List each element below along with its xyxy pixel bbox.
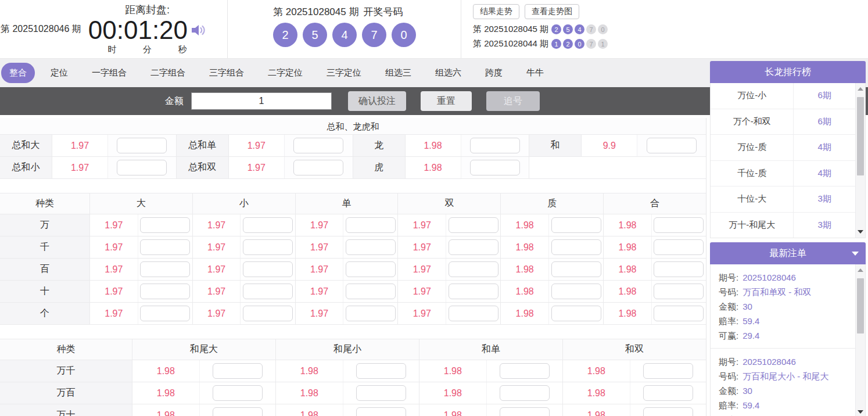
scroll-down-icon[interactable] xyxy=(856,407,865,416)
sum-option-label: 总和大 xyxy=(0,135,52,156)
input-cell xyxy=(549,217,603,233)
input-cell xyxy=(549,306,603,321)
bet-input-千-合[interactable] xyxy=(654,239,704,255)
result-trend-button[interactable]: 结果走势 xyxy=(473,4,519,19)
bet-input-十-大[interactable] xyxy=(140,284,190,299)
dragon-name: 千位-质 xyxy=(711,161,794,187)
bet-input-万千-和双[interactable] xyxy=(643,363,693,379)
sum-group: 总和单1.97 xyxy=(177,135,353,156)
view-trend-chart-button[interactable]: 查看走势图 xyxy=(525,4,579,19)
bet-input-万百-和尾大[interactable] xyxy=(213,385,263,401)
bet-input-千-单[interactable] xyxy=(346,239,396,255)
confirm-bet-button[interactable]: 确认投注 xyxy=(348,91,406,111)
odds-cell: 1.98 xyxy=(132,382,276,404)
tab-组选三[interactable]: 组选三 xyxy=(377,63,419,83)
tab-一字组合[interactable]: 一字组合 xyxy=(84,63,135,83)
chase-number-button[interactable]: 追号 xyxy=(486,91,540,111)
bet-input-总和单[interactable] xyxy=(293,138,343,153)
sum-option-label: 和 xyxy=(529,135,582,156)
dragon-row[interactable]: 万个-和双6期 xyxy=(711,109,855,135)
tab-组选六[interactable]: 组选六 xyxy=(427,63,469,83)
bet-input-百-大[interactable] xyxy=(140,261,190,277)
scroll-up-icon[interactable] xyxy=(856,266,865,275)
bet-input-万-小[interactable] xyxy=(243,217,293,233)
sum-option-label: 龙 xyxy=(353,135,406,156)
bet-input-万-双[interactable] xyxy=(449,217,498,233)
odds-cell: 1.98 xyxy=(501,281,604,302)
bet-input-总和双[interactable] xyxy=(293,160,343,175)
bet-input-千-小[interactable] xyxy=(243,239,293,255)
bet-input-万十-和单[interactable] xyxy=(500,407,550,416)
bet-input-万十-和尾小[interactable] xyxy=(356,407,406,416)
bet-input-万十-和双[interactable] xyxy=(643,407,693,416)
dragon-row[interactable]: 万位-小6期 xyxy=(711,83,855,109)
bet-input-千-大[interactable] xyxy=(140,239,190,255)
bet-input-万百-和双[interactable] xyxy=(643,385,693,401)
bet-input-万千-和尾大[interactable] xyxy=(213,363,263,379)
bet-input-万千-和尾小[interactable] xyxy=(356,363,406,379)
bet-input-万-质[interactable] xyxy=(551,217,601,233)
dragon-row[interactable]: 万十-和尾大3期 xyxy=(711,213,855,239)
bet-input-万千-和单[interactable] xyxy=(500,363,550,379)
tab-牛牛[interactable]: 牛牛 xyxy=(518,63,552,83)
bet-input-龙[interactable] xyxy=(470,138,520,153)
odds-cell: 1.97 xyxy=(90,281,193,302)
bet-input-万十-和尾大[interactable] xyxy=(213,407,263,416)
bet-input-个-合[interactable] xyxy=(654,306,704,321)
bet-input-千-双[interactable] xyxy=(449,239,498,255)
bet-input-万百-和尾小[interactable] xyxy=(356,385,406,401)
bet-input-个-单[interactable] xyxy=(346,306,396,321)
dragon-row[interactable]: 十位-大3期 xyxy=(711,187,855,213)
bet-input-十-合[interactable] xyxy=(654,284,704,299)
bet-input-个-小[interactable] xyxy=(243,306,293,321)
bet-input-个-双[interactable] xyxy=(449,306,498,321)
bet-input-万-单[interactable] xyxy=(346,217,396,233)
bet-input-虎[interactable] xyxy=(470,160,520,175)
scrollbar-thumb[interactable] xyxy=(857,278,864,333)
bet-input-万-合[interactable] xyxy=(654,217,704,233)
orders-scrollbar[interactable] xyxy=(855,264,865,416)
table-row: 千1.971.971.971.971.981.98 xyxy=(0,236,706,259)
bet-input-千-质[interactable] xyxy=(551,239,601,255)
scrollbar-thumb[interactable] xyxy=(857,97,864,175)
tab-二字定位[interactable]: 二字定位 xyxy=(260,63,311,83)
odds-value: 1.97 xyxy=(398,214,446,236)
bet-input-十-质[interactable] xyxy=(551,284,601,299)
bet-input-个-大[interactable] xyxy=(140,306,190,321)
tab-跨度[interactable]: 跨度 xyxy=(477,63,511,83)
bet-input-百-质[interactable] xyxy=(551,261,601,277)
bet-input-百-合[interactable] xyxy=(654,261,704,277)
reset-button[interactable]: 重置 xyxy=(421,91,472,111)
tab-定位[interactable]: 定位 xyxy=(42,63,76,83)
sum-input-cell xyxy=(637,135,706,156)
speaker-icon[interactable] xyxy=(191,23,206,38)
dragon-scrollbar[interactable] xyxy=(855,83,865,238)
tab-三字组合[interactable]: 三字组合 xyxy=(201,63,252,83)
scroll-up-icon[interactable] xyxy=(856,84,865,94)
bet-input-十-双[interactable] xyxy=(449,284,498,299)
bet-input-百-小[interactable] xyxy=(243,261,293,277)
collapse-caret-icon[interactable] xyxy=(852,252,859,256)
bet-input-总和小[interactable] xyxy=(117,160,167,175)
amount-input[interactable] xyxy=(191,92,332,110)
input-cell xyxy=(241,306,295,321)
order-field-label: 号码: xyxy=(719,285,738,299)
bet-input-万百-和单[interactable] xyxy=(500,385,550,401)
dragon-row[interactable]: 万位-质4期 xyxy=(711,135,855,161)
dragon-row[interactable]: 千位-质4期 xyxy=(711,161,855,187)
bet-input-百-双[interactable] xyxy=(449,261,498,277)
scroll-down-icon[interactable] xyxy=(856,227,865,236)
sum-option-odds: 1.98 xyxy=(406,157,461,178)
bet-input-十-小[interactable] xyxy=(243,284,293,299)
tab-整合[interactable]: 整合 xyxy=(1,63,35,83)
bet-input-总和大[interactable] xyxy=(117,138,167,153)
odds-cell: 1.97 xyxy=(90,303,193,324)
bet-input-十-单[interactable] xyxy=(346,284,396,299)
tab-三字定位[interactable]: 三字定位 xyxy=(318,63,370,83)
bet-input-万-大[interactable] xyxy=(140,217,190,233)
bet-input-和[interactable] xyxy=(647,138,697,153)
bet-input-个-质[interactable] xyxy=(551,306,601,321)
input-cell xyxy=(446,239,500,255)
bet-input-百-单[interactable] xyxy=(346,261,396,277)
tab-二字组合[interactable]: 二字组合 xyxy=(142,63,193,83)
